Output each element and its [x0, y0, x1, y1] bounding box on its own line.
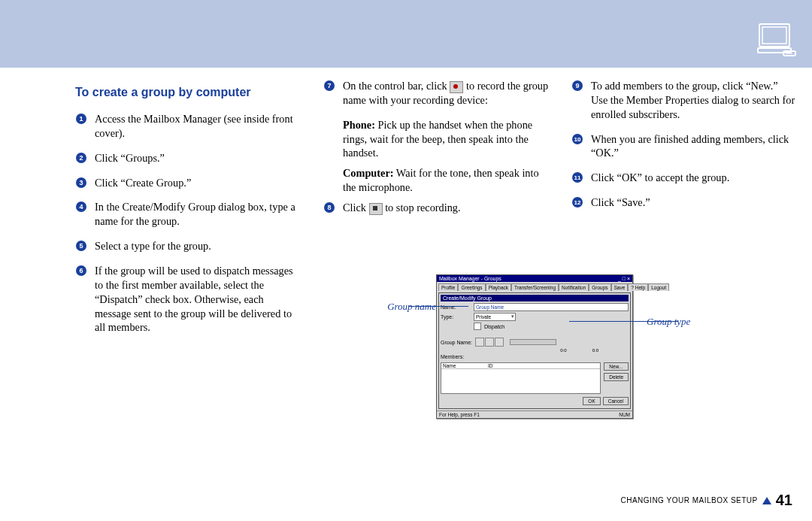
step-7-text: On the control bar, click to record the …: [343, 79, 549, 108]
svg-text:8: 8: [327, 204, 331, 211]
step-number-3: 3: [75, 177, 90, 189]
svg-text:5: 5: [79, 242, 83, 250]
step-12-text: Click “Save.”: [591, 195, 797, 210]
step-1: 1 Access the Mailbox Manager (see inside…: [75, 112, 301, 145]
name-field[interactable]: Group Name: [474, 303, 629, 311]
svg-text:11: 11: [574, 174, 581, 181]
svg-rect-1: [762, 27, 786, 44]
step-10-text: When you are finished adding members, cl…: [591, 132, 797, 161]
step-12: 12 Click “Save.”: [571, 195, 797, 214]
step-number-6: 6: [75, 265, 90, 277]
dialog-figure: Group name Group type Mailbox Manager - …: [436, 274, 647, 419]
new-button[interactable]: New...: [604, 362, 629, 371]
play-icon[interactable]: [475, 338, 484, 347]
step-8-text: Click to stop recording.: [343, 201, 549, 215]
step-number-12: 12: [571, 196, 586, 208]
callout-group-type: Group type: [647, 316, 733, 328]
tab-help[interactable]: ? Help: [628, 283, 648, 291]
svg-text:1: 1: [79, 115, 83, 123]
svg-text:2: 2: [79, 154, 83, 162]
step-number-9: 9: [571, 80, 586, 92]
type-select[interactable]: Private: [474, 313, 516, 321]
step-number-4: 4: [75, 201, 90, 213]
header-band: [0, 0, 812, 68]
recording-controls: [475, 338, 504, 347]
step-11-text: Click “OK” to accept the group.: [591, 171, 797, 185]
step-9-text: To add members to the group, click “New.…: [591, 79, 797, 122]
members-col-id: ID: [488, 363, 493, 368]
tab-groups[interactable]: Groups: [589, 283, 611, 291]
groupname-recording-label: Group Name:: [441, 340, 472, 345]
footer-triangle-icon: [762, 497, 771, 504]
step-10: 10 When you are finished adding members,…: [571, 132, 797, 165]
step-number-2: 2: [75, 152, 90, 164]
status-num: NUM: [619, 412, 630, 417]
record-control-icon[interactable]: [495, 338, 504, 347]
mailbox-manager-dialog: Mailbox Manager - Groups _ □ × Profile G…: [436, 274, 633, 419]
step-8: 8 Click to stop recording.: [323, 201, 549, 220]
dialog-tabs: Profile Greetings Playback Transfer/Scre…: [437, 282, 632, 291]
footer-section-label: CHANGING YOUR MAILBOX SETUP: [621, 496, 758, 504]
step-5-text: Select a type for the group.: [95, 239, 301, 253]
delete-button[interactable]: Delete: [604, 373, 629, 381]
tab-greetings[interactable]: Greetings: [458, 283, 485, 291]
callout-line-right: [569, 321, 678, 322]
svg-text:6: 6: [79, 267, 83, 274]
step-number-7: 7: [323, 80, 338, 92]
computer-monitor-icon: [756, 23, 797, 57]
step-7: 7 On the control bar, click to record th…: [323, 79, 549, 112]
step-number-10: 10: [571, 133, 586, 145]
tab-profile[interactable]: Profile: [438, 283, 458, 291]
svg-text:3: 3: [79, 179, 83, 186]
page-number: 41: [776, 492, 792, 509]
dispatch-label: Dispatch: [484, 324, 504, 329]
window-controls: _ □ ×: [618, 276, 630, 281]
status-text: For Help, press F1: [439, 412, 480, 417]
step-number-11: 11: [571, 171, 586, 183]
callout-group-name: Group name: [353, 301, 436, 313]
step-number-5: 5: [75, 240, 90, 252]
recording-slider[interactable]: [510, 339, 556, 345]
step-2-text: Click “Groups.”: [95, 151, 301, 165]
tab-notification[interactable]: Notification: [559, 283, 589, 291]
cancel-button[interactable]: Cancel: [603, 397, 629, 405]
step-3: 3 Click “Create Group.”: [75, 176, 301, 195]
step-11: 11 Click “OK” to accept the group.: [571, 171, 797, 189]
tab-transfer[interactable]: Transfer/Screening: [511, 283, 559, 291]
stop-control-icon[interactable]: [485, 338, 494, 347]
record-icon: [450, 81, 463, 93]
dialog-title: Mailbox Manager - Groups: [439, 276, 501, 281]
step-2: 2 Click “Groups.”: [75, 151, 301, 170]
page-footer: CHANGING YOUR MAILBOX SETUP 41: [621, 492, 793, 509]
time-elapsed: 0:0: [560, 348, 566, 353]
svg-text:7: 7: [327, 82, 331, 89]
tab-logout[interactable]: Logout: [648, 283, 669, 291]
members-col-name: Name: [443, 363, 488, 368]
ok-button[interactable]: OK: [583, 397, 600, 405]
step-9: 9 To add members to the group, click “Ne…: [571, 79, 797, 126]
stop-icon: [369, 203, 383, 215]
step-7-computer: Computer: Wait for the tone, then speak …: [343, 166, 549, 195]
tab-playback[interactable]: Playback: [486, 283, 511, 291]
svg-text:10: 10: [574, 136, 581, 143]
section-title: To create a group by computer: [75, 85, 301, 100]
dispatch-checkbox[interactable]: [474, 323, 481, 330]
step-3-text: Click “Create Group.”: [95, 176, 301, 190]
step-5: 5 Select a type for the group.: [75, 239, 301, 258]
time-total: 0:0: [592, 348, 598, 353]
type-label: Type:: [441, 314, 471, 320]
step-4-text: In the Create/Modify Group dialog box, t…: [95, 200, 301, 229]
inner-dialog-title: Create/Modify Group: [441, 295, 629, 301]
svg-text:4: 4: [79, 203, 83, 211]
svg-text:12: 12: [574, 199, 581, 206]
step-4: 4 In the Create/Modify Group dialog box,…: [75, 200, 301, 233]
members-list[interactable]: Name ID: [441, 362, 601, 394]
step-6: 6 If the group will be used to dispatch …: [75, 264, 301, 339]
step-7-phone: Phone: Pick up the handset when the phon…: [343, 118, 549, 161]
svg-text:9: 9: [575, 82, 579, 89]
tab-save[interactable]: Save: [611, 283, 629, 291]
step-number-1: 1: [75, 113, 90, 125]
column-1: To create a group by computer 1 Access t…: [75, 79, 301, 491]
step-6-text: If the group will be used to dispatch me…: [95, 264, 301, 335]
step-1-text: Access the Mailbox Manager (see inside f…: [95, 112, 301, 141]
